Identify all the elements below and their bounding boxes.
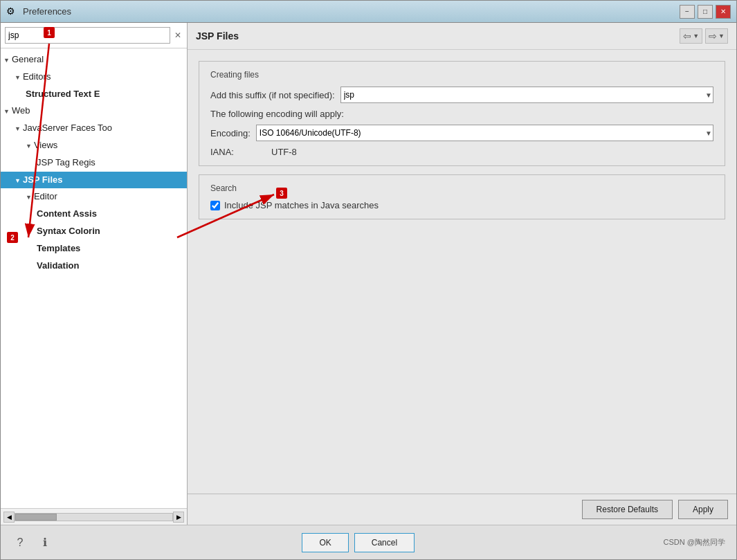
- search-input[interactable]: [5, 27, 170, 44]
- title-bar-left: ⚙ Preferences: [6, 6, 71, 18]
- suffix-label: Add this suffix (if not specified):: [210, 90, 335, 100]
- restore-defaults-button[interactable]: Restore Defaults: [582, 500, 673, 519]
- minimize-button[interactable]: −: [680, 5, 695, 19]
- tree-item-validation[interactable]: Validation: [1, 258, 187, 275]
- window-title: Preferences: [23, 6, 71, 17]
- triangle-jsp-files: ▼: [15, 176, 21, 186]
- title-bar: ⚙ Preferences − □ ✕: [1, 1, 736, 23]
- back-arrow-icon: ⇦: [683, 30, 691, 42]
- suffix-select-wrapper: jsp ▼: [340, 87, 713, 103]
- right-header: JSP Files ⇦ ▼ ⇨ ▼: [188, 23, 736, 50]
- include-jsp-checkbox[interactable]: [210, 201, 220, 210]
- checkbox-row: Include JSP matches in Java searches: [210, 200, 713, 210]
- annotation-badge-3: 3: [276, 188, 287, 199]
- tree-item-jsp-files[interactable]: ▼JSP Files: [1, 172, 187, 189]
- scroll-left-button[interactable]: ◀: [3, 512, 15, 523]
- tree-item-jsp-tag[interactable]: JSP Tag Regis: [1, 154, 187, 172]
- encoding-row: Encoding: ISO 10646/Unicode(UTF-8) ▼: [210, 125, 713, 141]
- encoding-select-wrapper: ISO 10646/Unicode(UTF-8) ▼: [256, 125, 713, 141]
- tree-item-editor[interactable]: ▼Editor: [1, 188, 187, 206]
- back-dropdown-icon: ▼: [693, 33, 699, 39]
- apply-button[interactable]: Apply: [678, 500, 728, 519]
- h-scroll-thumb[interactable]: [15, 514, 57, 521]
- triangle-general: ▼: [3, 55, 10, 65]
- bottom-icons: ? ℹ: [12, 534, 53, 551]
- main-content: ✕ ▼General ▼Editors Structured Text E ▼W…: [1, 23, 736, 525]
- scroll-right-button[interactable]: ▶: [173, 512, 184, 523]
- iana-value: UTF-8: [271, 147, 297, 157]
- encoding-description-row: The following encoding will apply:: [210, 109, 713, 119]
- suffix-select[interactable]: jsp: [340, 87, 713, 103]
- tree-item-general[interactable]: ▼General: [1, 51, 187, 69]
- iana-row: IANA: UTF-8: [210, 147, 713, 157]
- nav-buttons: ⇦ ▼ ⇨ ▼: [680, 28, 728, 44]
- triangle-editor: ▼: [26, 192, 32, 202]
- close-button[interactable]: ✕: [716, 5, 731, 19]
- tree-item-structured-text[interactable]: Structured Text E: [1, 86, 187, 103]
- triangle-views: ▼: [26, 141, 32, 151]
- creating-files-section: Creating files Add this suffix (if not s…: [199, 61, 725, 166]
- tree-item-jsf[interactable]: ▼JavaServer Faces Too: [1, 120, 187, 137]
- annotation-badge-2: 2: [7, 232, 18, 243]
- encoding-label: Encoding:: [210, 128, 251, 138]
- tree-item-views[interactable]: ▼Views: [1, 137, 187, 154]
- restore-button[interactable]: □: [698, 5, 713, 19]
- watermark: CSDN @陶然同学: [664, 537, 725, 548]
- iana-label: IANA:: [210, 147, 266, 157]
- window-bottom-bar: ? ℹ OK Cancel CSDN @陶然同学: [1, 525, 736, 559]
- annotation-badge-1: 1: [44, 27, 55, 38]
- tree-item-syntax-coloring[interactable]: Syntax Colorin: [1, 223, 187, 240]
- restore-apply-bar: Restore Defaults Apply: [188, 494, 736, 525]
- left-panel: ✕ ▼General ▼Editors Structured Text E ▼W…: [1, 23, 188, 525]
- triangle-web: ▼: [3, 107, 10, 116]
- encoding-select[interactable]: ISO 10646/Unicode(UTF-8): [256, 125, 713, 141]
- app-icon: ⚙: [6, 6, 19, 18]
- ok-button[interactable]: OK: [302, 533, 348, 552]
- tree-scroll-area: ◀ ▶: [1, 508, 187, 525]
- ok-cancel-buttons: OK Cancel: [302, 533, 415, 552]
- search-bar: ✕: [1, 23, 187, 48]
- search-clear-icon[interactable]: ✕: [173, 29, 183, 42]
- tree-item-templates[interactable]: Templates: [1, 240, 187, 258]
- forward-button[interactable]: ⇨ ▼: [705, 28, 728, 44]
- help-icon[interactable]: ?: [12, 534, 28, 551]
- preferences-window: ⚙ Preferences − □ ✕ ✕ ▼General ▼Edit: [0, 0, 737, 560]
- forward-dropdown-icon: ▼: [718, 33, 725, 39]
- suffix-row: Add this suffix (if not specified): jsp …: [210, 87, 713, 103]
- cancel-button[interactable]: Cancel: [354, 533, 415, 552]
- right-panel: JSP Files ⇦ ▼ ⇨ ▼ Creating files: [188, 23, 736, 525]
- tree-item-content-assist[interactable]: Content Assis: [1, 206, 187, 223]
- forward-arrow-icon: ⇨: [709, 30, 717, 42]
- creating-files-title: Creating files: [210, 70, 713, 80]
- triangle-jsf: ▼: [15, 124, 21, 134]
- h-scrollbar[interactable]: [15, 513, 173, 521]
- tree: ▼General ▼Editors Structured Text E ▼Web…: [1, 48, 187, 508]
- back-button[interactable]: ⇦ ▼: [680, 28, 702, 44]
- checkbox-label: Include JSP matches in Java searches: [224, 200, 379, 210]
- triangle-editors: ▼: [15, 73, 21, 82]
- title-bar-buttons: − □ ✕: [680, 5, 731, 19]
- tree-item-web[interactable]: ▼Web: [1, 102, 187, 120]
- encoding-description-label: The following encoding will apply:: [210, 109, 344, 119]
- right-content: Creating files Add this suffix (if not s…: [188, 50, 736, 494]
- info-icon[interactable]: ℹ: [37, 534, 53, 551]
- tree-item-editors[interactable]: ▼Editors: [1, 69, 187, 86]
- right-panel-title: JSP Files: [196, 30, 239, 42]
